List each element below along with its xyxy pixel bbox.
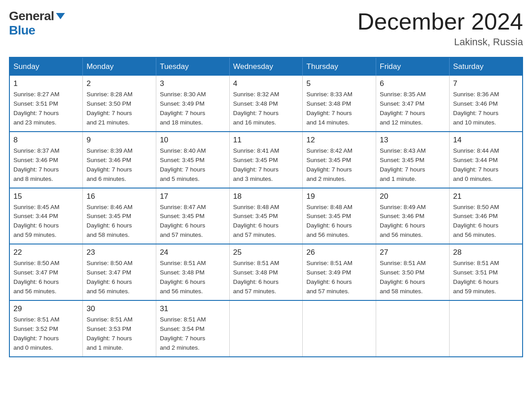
calendar-cell: 11Sunrise: 8:41 AMSunset: 3:45 PMDayligh… [229, 132, 303, 188]
day-info: Sunrise: 8:42 AMSunset: 3:45 PMDaylight:… [306, 146, 372, 184]
page-header: General Blue December 2024 Lakinsk, Russ… [9, 9, 523, 48]
day-number: 16 [86, 192, 152, 201]
day-info: Sunrise: 8:44 AMSunset: 3:44 PMDaylight:… [453, 146, 519, 184]
day-number: 6 [380, 79, 446, 88]
day-info: Sunrise: 8:51 AMSunset: 3:48 PMDaylight:… [233, 259, 299, 296]
calendar-cell: 18Sunrise: 8:48 AMSunset: 3:45 PMDayligh… [229, 188, 303, 244]
day-info: Sunrise: 8:49 AMSunset: 3:46 PMDaylight:… [380, 203, 446, 240]
day-number: 3 [160, 79, 226, 88]
calendar-cell [229, 300, 303, 357]
day-info: Sunrise: 8:33 AMSunset: 3:48 PMDaylight:… [306, 90, 372, 128]
calendar-cell: 14Sunrise: 8:44 AMSunset: 3:44 PMDayligh… [449, 132, 523, 188]
logo-blue-text: Blue [9, 23, 35, 38]
calendar-cell: 10Sunrise: 8:40 AMSunset: 3:45 PMDayligh… [156, 132, 229, 188]
day-info: Sunrise: 8:46 AMSunset: 3:45 PMDaylight:… [86, 203, 152, 240]
day-info: Sunrise: 8:45 AMSunset: 3:44 PMDaylight:… [13, 203, 79, 240]
calendar-cell: 13Sunrise: 8:43 AMSunset: 3:45 PMDayligh… [376, 132, 450, 188]
month-title: December 2024 [357, 9, 523, 34]
day-info: Sunrise: 8:51 AMSunset: 3:51 PMDaylight:… [453, 259, 519, 296]
day-number: 27 [380, 248, 446, 257]
day-number: 25 [233, 248, 299, 257]
calendar-week-2: 8Sunrise: 8:37 AMSunset: 3:46 PMDaylight… [9, 132, 523, 188]
calendar-cell [449, 300, 523, 357]
day-info: Sunrise: 8:27 AMSunset: 3:51 PMDaylight:… [13, 90, 79, 128]
day-info: Sunrise: 8:50 AMSunset: 3:47 PMDaylight:… [86, 259, 152, 296]
title-area: December 2024 Lakinsk, Russia [357, 9, 523, 48]
day-number: 10 [160, 136, 226, 145]
location: Lakinsk, Russia [357, 36, 523, 48]
day-number: 11 [233, 136, 299, 145]
day-info: Sunrise: 8:51 AMSunset: 3:52 PMDaylight:… [13, 315, 79, 353]
logo: General Blue [9, 9, 65, 38]
day-number: 13 [380, 136, 446, 145]
calendar-cell: 5Sunrise: 8:33 AMSunset: 3:48 PMDaylight… [303, 76, 376, 132]
day-number: 14 [453, 136, 519, 145]
day-number: 12 [306, 136, 372, 145]
calendar-cell: 27Sunrise: 8:51 AMSunset: 3:50 PMDayligh… [376, 244, 450, 300]
calendar-cell: 30Sunrise: 8:51 AMSunset: 3:53 PMDayligh… [83, 300, 156, 357]
calendar-table: SundayMondayTuesdayWednesdayThursdayFrid… [9, 57, 523, 357]
day-number: 8 [13, 136, 79, 145]
calendar-cell: 8Sunrise: 8:37 AMSunset: 3:46 PMDaylight… [9, 132, 83, 188]
calendar-cell: 15Sunrise: 8:45 AMSunset: 3:44 PMDayligh… [9, 188, 83, 244]
calendar-cell: 17Sunrise: 8:47 AMSunset: 3:45 PMDayligh… [156, 188, 229, 244]
header-thursday: Thursday [303, 57, 376, 76]
logo-general-text: General [9, 9, 54, 23]
header-friday: Friday [376, 57, 450, 76]
header-monday: Monday [83, 57, 156, 76]
day-number: 5 [306, 79, 372, 88]
header-sunday: Sunday [9, 57, 83, 76]
calendar-cell: 25Sunrise: 8:51 AMSunset: 3:48 PMDayligh… [229, 244, 303, 300]
calendar-cell: 3Sunrise: 8:30 AMSunset: 3:49 PMDaylight… [156, 76, 229, 132]
day-info: Sunrise: 8:40 AMSunset: 3:45 PMDaylight:… [160, 146, 226, 184]
day-info: Sunrise: 8:51 AMSunset: 3:48 PMDaylight:… [160, 259, 226, 296]
day-number: 31 [160, 304, 226, 313]
day-number: 18 [233, 192, 299, 201]
day-info: Sunrise: 8:37 AMSunset: 3:46 PMDaylight:… [13, 146, 79, 184]
day-info: Sunrise: 8:51 AMSunset: 3:49 PMDaylight:… [306, 259, 372, 296]
calendar-cell [303, 300, 376, 357]
calendar-cell: 7Sunrise: 8:36 AMSunset: 3:46 PMDaylight… [449, 76, 523, 132]
calendar-cell [376, 300, 450, 357]
day-info: Sunrise: 8:47 AMSunset: 3:45 PMDaylight:… [160, 203, 226, 240]
header-wednesday: Wednesday [229, 57, 303, 76]
day-number: 23 [86, 248, 152, 257]
header-row: SundayMondayTuesdayWednesdayThursdayFrid… [9, 57, 523, 76]
day-info: Sunrise: 8:32 AMSunset: 3:48 PMDaylight:… [233, 90, 299, 128]
calendar-cell: 21Sunrise: 8:50 AMSunset: 3:46 PMDayligh… [449, 188, 523, 244]
calendar-week-3: 15Sunrise: 8:45 AMSunset: 3:44 PMDayligh… [9, 188, 523, 244]
header-saturday: Saturday [449, 57, 523, 76]
calendar-cell: 28Sunrise: 8:51 AMSunset: 3:51 PMDayligh… [449, 244, 523, 300]
day-number: 24 [160, 248, 226, 257]
calendar-week-1: 1Sunrise: 8:27 AMSunset: 3:51 PMDaylight… [9, 76, 523, 132]
day-number: 1 [13, 79, 79, 88]
logo-arrow-icon [56, 13, 65, 19]
calendar-cell: 23Sunrise: 8:50 AMSunset: 3:47 PMDayligh… [83, 244, 156, 300]
calendar-cell: 2Sunrise: 8:28 AMSunset: 3:50 PMDaylight… [83, 76, 156, 132]
calendar-cell: 6Sunrise: 8:35 AMSunset: 3:47 PMDaylight… [376, 76, 450, 132]
day-info: Sunrise: 8:51 AMSunset: 3:53 PMDaylight:… [86, 315, 152, 353]
calendar-header: SundayMondayTuesdayWednesdayThursdayFrid… [9, 57, 523, 76]
day-info: Sunrise: 8:50 AMSunset: 3:47 PMDaylight:… [13, 259, 79, 296]
calendar-cell: 22Sunrise: 8:50 AMSunset: 3:47 PMDayligh… [9, 244, 83, 300]
day-number: 19 [306, 192, 372, 201]
calendar-cell: 16Sunrise: 8:46 AMSunset: 3:45 PMDayligh… [83, 188, 156, 244]
day-number: 28 [453, 248, 519, 257]
day-number: 17 [160, 192, 226, 201]
day-number: 9 [86, 136, 152, 145]
day-info: Sunrise: 8:36 AMSunset: 3:46 PMDaylight:… [453, 90, 519, 128]
day-info: Sunrise: 8:48 AMSunset: 3:45 PMDaylight:… [233, 203, 299, 240]
calendar-cell: 20Sunrise: 8:49 AMSunset: 3:46 PMDayligh… [376, 188, 450, 244]
calendar-cell: 24Sunrise: 8:51 AMSunset: 3:48 PMDayligh… [156, 244, 229, 300]
day-info: Sunrise: 8:30 AMSunset: 3:49 PMDaylight:… [160, 90, 226, 128]
day-number: 29 [13, 304, 79, 313]
header-tuesday: Tuesday [156, 57, 229, 76]
calendar-cell: 31Sunrise: 8:51 AMSunset: 3:54 PMDayligh… [156, 300, 229, 357]
day-number: 22 [13, 248, 79, 257]
day-number: 26 [306, 248, 372, 257]
calendar-body: 1Sunrise: 8:27 AMSunset: 3:51 PMDaylight… [9, 76, 523, 356]
calendar-cell: 19Sunrise: 8:48 AMSunset: 3:45 PMDayligh… [303, 188, 376, 244]
day-info: Sunrise: 8:28 AMSunset: 3:50 PMDaylight:… [86, 90, 152, 128]
calendar-cell: 29Sunrise: 8:51 AMSunset: 3:52 PMDayligh… [9, 300, 83, 357]
day-number: 20 [380, 192, 446, 201]
